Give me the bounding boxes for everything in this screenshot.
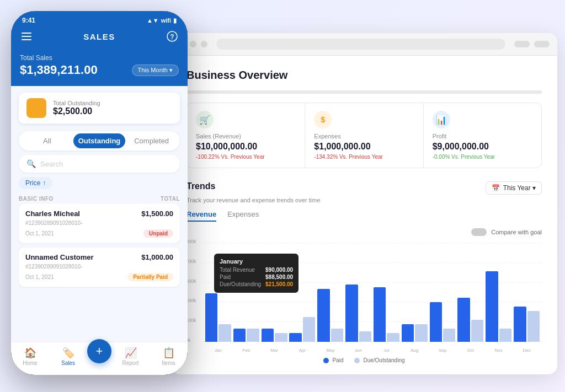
bar-group	[345, 284, 371, 342]
filter-tab-completed[interactable]: Completed	[125, 133, 178, 148]
sort-row: Price ↑	[19, 177, 180, 189]
fab-add-button[interactable]: +	[87, 339, 111, 363]
filter-tab-all[interactable]: All	[21, 133, 73, 148]
invoice-amount-2: $1,000.00	[141, 253, 173, 261]
legend-due: Due/Outstanding	[354, 357, 404, 363]
dashboard-body: Business Overview 🛒 Sales (Revenue) $10,…	[171, 56, 557, 374]
chart-tooltip: January Total Revenue $90,000.00 Paid $8…	[214, 254, 299, 293]
search-placeholder: Search	[40, 160, 63, 168]
year-selector[interactable]: 📅 This Year ▾	[486, 181, 542, 195]
tooltip-revenue-label: Total Revenue	[220, 267, 255, 273]
sales-icon: 🛒	[196, 111, 214, 128]
nav-home-label: Home	[23, 360, 38, 366]
compare-toggle[interactable]	[471, 228, 487, 236]
invoice-num-1: #12390289091028010-	[25, 220, 173, 226]
sales-kpi-label: Sales (Revenue)	[196, 133, 296, 139]
x-axis-label: Dec	[514, 348, 540, 353]
tooltip-paid-row: Paid $88,500.00	[220, 274, 293, 280]
x-axis-label: Jun	[345, 348, 371, 353]
x-axis-label: Nov	[486, 348, 511, 353]
table-row[interactable]: Charles Micheal $1,500.00 #1239028909102…	[19, 204, 180, 243]
nav-sales[interactable]: 🏷️ Sales	[49, 347, 87, 366]
chart-controls: Compare with goal	[186, 228, 542, 236]
compare-label: Compare with goal	[491, 229, 542, 235]
sales-amount-row: $1,389,211.00 This Month ▾	[20, 63, 179, 77]
tooltip-due-row: Due/Outstanding $21,500.00	[220, 281, 293, 287]
status-time: 9:41	[22, 17, 35, 24]
bar-due	[303, 317, 315, 342]
svg-text:?: ?	[170, 33, 174, 41]
help-icon[interactable]: ?	[166, 30, 179, 43]
legend-paid-label: Paid	[332, 357, 343, 363]
bar-paid	[345, 284, 358, 342]
bar-due	[499, 329, 511, 342]
dashboard-panel: Business Overview 🛒 Sales (Revenue) $10,…	[171, 33, 557, 374]
x-axis-label: Apr	[289, 348, 315, 353]
legend-due-dot	[354, 358, 360, 363]
dashboard-title: Business Overview	[186, 69, 542, 82]
signal-icon: ▲▼	[147, 17, 159, 24]
kpi-card-expenses: $ Expenses $1,000,000.00 -134.32% Vs. Pr…	[305, 103, 423, 168]
url-bar[interactable]	[216, 39, 505, 50]
x-axis-label: May	[317, 348, 343, 353]
outstanding-card: Total Outstanding $2,500.00	[19, 93, 180, 123]
kpi-card-profit: 📊 Profit $9,000,000.00 -0.00% Vs. Previo…	[424, 103, 541, 168]
bar-paid	[233, 329, 246, 342]
x-axis-label: Mar	[262, 348, 287, 353]
nav-report-label: Report	[122, 360, 138, 366]
month-selector[interactable]: This Month ▾	[132, 65, 179, 76]
menu-icon[interactable]	[20, 30, 33, 43]
bar-due	[471, 320, 483, 342]
tab-expenses[interactable]: Expenses	[227, 210, 259, 222]
total-sales-label: Total Sales	[20, 54, 179, 62]
bar-due	[275, 333, 287, 342]
phone-frame: 9:41 ▲▼ wifi ▮ SALES ? Total Sales	[11, 11, 188, 375]
bar-group	[374, 287, 399, 342]
svg-rect-2	[22, 39, 31, 40]
trends-title: Trends	[186, 181, 215, 191]
status-badge-partial: Partially Paid	[127, 273, 173, 281]
filter-tab-outstanding[interactable]: Outstanding	[73, 133, 126, 148]
legend-paid-dot	[323, 358, 329, 363]
bar-paid	[289, 333, 301, 342]
profit-kpi-label: Profit	[433, 133, 532, 139]
tooltip-revenue-row: Total Revenue $90,000.00	[220, 267, 293, 273]
nav-report[interactable]: 📈 Report	[111, 347, 150, 366]
bar-group	[430, 302, 456, 342]
tooltip-due-val: $21,500.00	[265, 281, 293, 287]
table-row[interactable]: Unnamed Customer $1,000.00 #123902890910…	[19, 248, 180, 287]
sales-card: Total Sales $1,389,211.00 This Month ▾	[11, 50, 188, 86]
invoice-bottom-2: Oct 1, 2021 Partially Paid	[25, 273, 173, 281]
svg-rect-0	[22, 33, 31, 34]
browser-chrome	[171, 33, 557, 56]
expenses-kpi-label: Expenses	[314, 133, 414, 139]
x-axis-labels: JanFebMarAprMayJunJulAugSepOctNovDec	[203, 348, 542, 353]
sales-kpi-value: $10,000,000.00	[196, 142, 296, 152]
price-sort-button[interactable]: Price ↑	[19, 177, 52, 189]
invoice-top-1: Charles Micheal $1,500.00	[25, 210, 173, 218]
x-axis-label: Feb	[233, 348, 259, 353]
calendar-icon: 📅	[492, 184, 500, 192]
kpi-card-sales: 🛒 Sales (Revenue) $10,000,000.00 -100.22…	[187, 103, 305, 168]
nav-home[interactable]: 🏠 Home	[11, 347, 49, 366]
bar-due	[527, 311, 540, 342]
invoice-list: Charles Micheal $1,500.00 #1239028909102…	[11, 204, 188, 342]
bar-group	[457, 298, 483, 342]
sort-direction-icon: ↑	[42, 179, 46, 187]
nav-items[interactable]: 📋 Items	[150, 347, 188, 366]
bar-paid	[430, 302, 442, 342]
bar-paid	[514, 307, 526, 342]
outstanding-icon	[26, 98, 46, 118]
kpi-cards-container: 🛒 Sales (Revenue) $10,000,000.00 -100.22…	[186, 103, 542, 168]
search-bar[interactable]: 🔍 Search	[19, 155, 180, 173]
year-selector-label: This Year ▾	[503, 184, 536, 192]
items-icon: 📋	[163, 347, 175, 359]
tab-revenue[interactable]: Revenue	[186, 210, 216, 222]
outstanding-amount: $2,500.00	[53, 106, 100, 116]
filter-tabs: All Outstanding Completed	[19, 131, 180, 151]
bar-paid	[486, 271, 498, 342]
status-badge-unpaid: Unpaid	[143, 229, 173, 238]
outstanding-label: Total Outstanding	[53, 100, 100, 106]
bar-due	[387, 333, 399, 342]
trends-header: Trends 📅 This Year ▾	[186, 181, 542, 195]
